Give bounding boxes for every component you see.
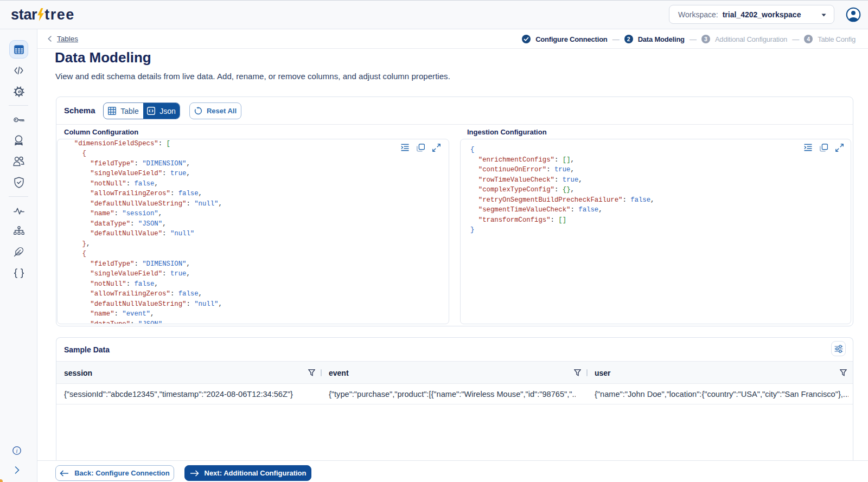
svg-text:i: i <box>16 448 18 454</box>
